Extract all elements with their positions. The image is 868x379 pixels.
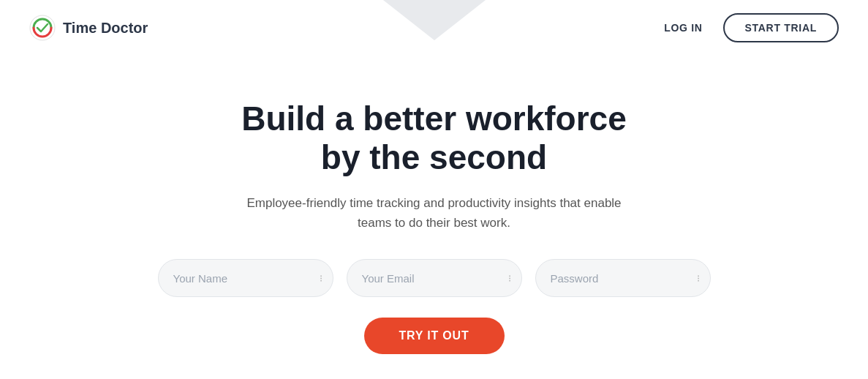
header: Time Doctor LOG IN START TRIAL xyxy=(0,0,868,56)
headline-line1: Build a better workforce xyxy=(241,100,627,138)
name-input[interactable] xyxy=(173,272,315,285)
password-input[interactable] xyxy=(551,272,692,285)
try-it-out-button[interactable]: TRY IT OUT xyxy=(364,318,505,354)
subheadline: Employee-friendly time tracking and prod… xyxy=(230,193,639,233)
signup-form: ⁝ ⁝ ⁝ xyxy=(158,259,711,297)
name-field-icon: ⁝ xyxy=(320,273,322,284)
headline-line2: by the second xyxy=(321,138,547,176)
headline: Build a better workforce by the second xyxy=(241,100,627,177)
email-input[interactable] xyxy=(362,272,504,285)
header-nav: LOG IN START TRIAL xyxy=(664,13,839,42)
password-input-wrapper: ⁝ xyxy=(535,259,711,297)
logo-area: Time Doctor xyxy=(29,15,148,41)
email-field-icon: ⁝ xyxy=(508,273,511,284)
password-field-icon: ⁝ xyxy=(697,273,700,284)
email-input-wrapper: ⁝ xyxy=(347,259,522,297)
logo-icon xyxy=(29,15,56,41)
logo-text: Time Doctor xyxy=(63,20,148,37)
start-trial-button[interactable]: START TRIAL xyxy=(723,13,839,42)
login-link[interactable]: LOG IN xyxy=(664,22,702,34)
main-content: Build a better workforce by the second E… xyxy=(0,56,868,354)
name-input-wrapper: ⁝ xyxy=(158,259,333,297)
